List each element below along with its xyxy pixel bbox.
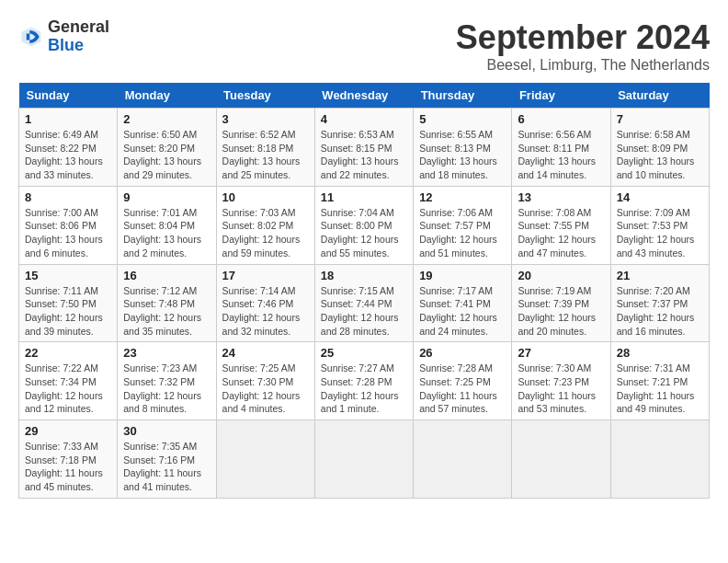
day-detail: Sunrise: 6:55 AM Sunset: 8:13 PM Dayligh…	[419, 129, 497, 180]
day-number: 2	[123, 112, 210, 126]
calendar-cell: 9Sunrise: 7:01 AM Sunset: 8:04 PM Daylig…	[118, 186, 216, 264]
day-detail: Sunrise: 7:33 AM Sunset: 7:18 PM Dayligh…	[25, 441, 103, 492]
calendar-cell: 18Sunrise: 7:15 AM Sunset: 7:44 PM Dayli…	[314, 264, 413, 342]
day-number: 14	[617, 190, 703, 204]
day-number: 9	[123, 190, 210, 204]
weekday-header-saturday: Saturday	[610, 83, 709, 109]
calendar-cell: 30Sunrise: 7:35 AM Sunset: 7:16 PM Dayli…	[118, 420, 216, 499]
day-number: 21	[617, 269, 703, 282]
calendar-cell: 28Sunrise: 7:31 AM Sunset: 7:21 PM Dayli…	[610, 342, 709, 420]
location: Beesel, Limburg, The Netherlands	[456, 57, 710, 74]
calendar-cell	[512, 420, 610, 499]
calendar-week-4: 22Sunrise: 7:22 AM Sunset: 7:34 PM Dayli…	[19, 342, 710, 420]
day-number: 1	[25, 112, 111, 126]
calendar-cell: 27Sunrise: 7:30 AM Sunset: 7:23 PM Dayli…	[512, 342, 610, 420]
day-detail: Sunrise: 6:50 AM Sunset: 8:20 PM Dayligh…	[123, 129, 201, 180]
calendar-cell: 14Sunrise: 7:09 AM Sunset: 7:53 PM Dayli…	[610, 186, 709, 264]
calendar-cell	[414, 420, 512, 499]
calendar-cell: 6Sunrise: 6:56 AM Sunset: 8:11 PM Daylig…	[512, 109, 610, 187]
calendar-cell: 4Sunrise: 6:53 AM Sunset: 8:15 PM Daylig…	[314, 109, 413, 187]
day-number: 3	[222, 112, 309, 126]
calendar-cell: 23Sunrise: 7:23 AM Sunset: 7:32 PM Dayli…	[118, 342, 216, 420]
calendar-cell: 3Sunrise: 6:52 AM Sunset: 8:18 PM Daylig…	[216, 109, 314, 187]
calendar-cell: 20Sunrise: 7:19 AM Sunset: 7:39 PM Dayli…	[512, 264, 610, 342]
calendar-cell	[216, 420, 314, 499]
day-number: 12	[419, 190, 506, 204]
weekday-header-monday: Monday	[118, 83, 216, 109]
day-number: 22	[25, 346, 111, 360]
day-number: 26	[419, 346, 506, 360]
calendar-cell: 25Sunrise: 7:27 AM Sunset: 7:28 PM Dayli…	[314, 342, 413, 420]
day-number: 30	[123, 424, 210, 438]
calendar-week-2: 8Sunrise: 7:00 AM Sunset: 8:06 PM Daylig…	[19, 186, 710, 264]
day-number: 19	[419, 269, 506, 282]
day-detail: Sunrise: 7:28 AM Sunset: 7:25 PM Dayligh…	[419, 362, 497, 414]
day-number: 23	[123, 346, 210, 360]
day-detail: Sunrise: 7:31 AM Sunset: 7:21 PM Dayligh…	[617, 362, 695, 414]
day-number: 8	[25, 190, 111, 204]
logo: General Blue	[18, 18, 109, 55]
logo-icon	[18, 24, 44, 50]
calendar-cell: 2Sunrise: 6:50 AM Sunset: 8:20 PM Daylig…	[118, 109, 216, 187]
day-detail: Sunrise: 7:11 AM Sunset: 7:50 PM Dayligh…	[25, 285, 103, 337]
day-detail: Sunrise: 7:14 AM Sunset: 7:46 PM Dayligh…	[222, 285, 301, 337]
page-header: General Blue September 2024 Beesel, Limb…	[18, 18, 710, 74]
day-detail: Sunrise: 7:27 AM Sunset: 7:28 PM Dayligh…	[321, 362, 399, 414]
calendar-cell	[610, 420, 709, 499]
weekday-header-thursday: Thursday	[414, 83, 512, 109]
day-detail: Sunrise: 7:22 AM Sunset: 7:34 PM Dayligh…	[25, 362, 103, 414]
day-number: 11	[321, 190, 407, 204]
day-detail: Sunrise: 6:49 AM Sunset: 8:22 PM Dayligh…	[25, 129, 103, 180]
day-detail: Sunrise: 7:06 AM Sunset: 7:57 PM Dayligh…	[419, 207, 497, 259]
day-detail: Sunrise: 7:04 AM Sunset: 8:00 PM Dayligh…	[321, 207, 399, 259]
day-detail: Sunrise: 7:17 AM Sunset: 7:41 PM Dayligh…	[419, 285, 497, 337]
day-detail: Sunrise: 7:35 AM Sunset: 7:16 PM Dayligh…	[123, 441, 201, 492]
weekday-header-friday: Friday	[512, 83, 610, 109]
day-detail: Sunrise: 7:01 AM Sunset: 8:04 PM Dayligh…	[123, 207, 201, 259]
day-detail: Sunrise: 7:25 AM Sunset: 7:30 PM Dayligh…	[222, 362, 301, 414]
calendar-cell: 24Sunrise: 7:25 AM Sunset: 7:30 PM Dayli…	[216, 342, 314, 420]
calendar-cell: 21Sunrise: 7:20 AM Sunset: 7:37 PM Dayli…	[610, 264, 709, 342]
month-title: September 2024	[456, 18, 710, 57]
day-number: 17	[222, 269, 309, 282]
calendar-cell: 13Sunrise: 7:08 AM Sunset: 7:55 PM Dayli…	[512, 186, 610, 264]
calendar-cell: 19Sunrise: 7:17 AM Sunset: 7:41 PM Dayli…	[414, 264, 512, 342]
day-number: 10	[222, 190, 309, 204]
calendar-cell	[314, 420, 413, 499]
day-detail: Sunrise: 6:53 AM Sunset: 8:15 PM Dayligh…	[321, 129, 399, 180]
day-detail: Sunrise: 6:56 AM Sunset: 8:11 PM Dayligh…	[518, 129, 596, 180]
calendar-week-1: 1Sunrise: 6:49 AM Sunset: 8:22 PM Daylig…	[19, 109, 710, 187]
calendar-cell: 11Sunrise: 7:04 AM Sunset: 8:00 PM Dayli…	[314, 186, 413, 264]
calendar-week-5: 29Sunrise: 7:33 AM Sunset: 7:18 PM Dayli…	[19, 420, 710, 499]
weekday-header-row: SundayMondayTuesdayWednesdayThursdayFrid…	[19, 83, 710, 109]
calendar-cell: 12Sunrise: 7:06 AM Sunset: 7:57 PM Dayli…	[414, 186, 512, 264]
day-number: 4	[321, 112, 407, 126]
weekday-header-sunday: Sunday	[19, 83, 118, 109]
day-number: 27	[518, 346, 604, 360]
weekday-header-wednesday: Wednesday	[314, 83, 413, 109]
day-detail: Sunrise: 7:30 AM Sunset: 7:23 PM Dayligh…	[518, 362, 596, 414]
day-number: 5	[419, 112, 506, 126]
day-detail: Sunrise: 7:20 AM Sunset: 7:37 PM Dayligh…	[617, 285, 695, 337]
calendar-cell: 17Sunrise: 7:14 AM Sunset: 7:46 PM Dayli…	[216, 264, 314, 342]
calendar-cell: 8Sunrise: 7:00 AM Sunset: 8:06 PM Daylig…	[19, 186, 118, 264]
calendar-table: SundayMondayTuesdayWednesdayThursdayFrid…	[18, 83, 710, 499]
day-number: 16	[123, 269, 210, 282]
day-number: 7	[617, 112, 703, 126]
day-number: 28	[617, 346, 703, 360]
calendar-cell: 15Sunrise: 7:11 AM Sunset: 7:50 PM Dayli…	[19, 264, 118, 342]
day-number: 25	[321, 346, 407, 360]
day-number: 24	[222, 346, 309, 360]
calendar-cell: 22Sunrise: 7:22 AM Sunset: 7:34 PM Dayli…	[19, 342, 118, 420]
day-number: 29	[25, 424, 111, 438]
day-detail: Sunrise: 7:09 AM Sunset: 7:53 PM Dayligh…	[617, 207, 695, 259]
day-detail: Sunrise: 7:19 AM Sunset: 7:39 PM Dayligh…	[518, 285, 596, 337]
day-number: 13	[518, 190, 604, 204]
day-number: 15	[25, 269, 111, 282]
day-detail: Sunrise: 7:00 AM Sunset: 8:06 PM Dayligh…	[25, 207, 103, 259]
calendar-cell: 29Sunrise: 7:33 AM Sunset: 7:18 PM Dayli…	[19, 420, 118, 499]
calendar-cell: 5Sunrise: 6:55 AM Sunset: 8:13 PM Daylig…	[414, 109, 512, 187]
day-detail: Sunrise: 7:12 AM Sunset: 7:48 PM Dayligh…	[123, 285, 201, 337]
logo-text: General Blue	[48, 18, 109, 55]
day-detail: Sunrise: 7:15 AM Sunset: 7:44 PM Dayligh…	[321, 285, 399, 337]
